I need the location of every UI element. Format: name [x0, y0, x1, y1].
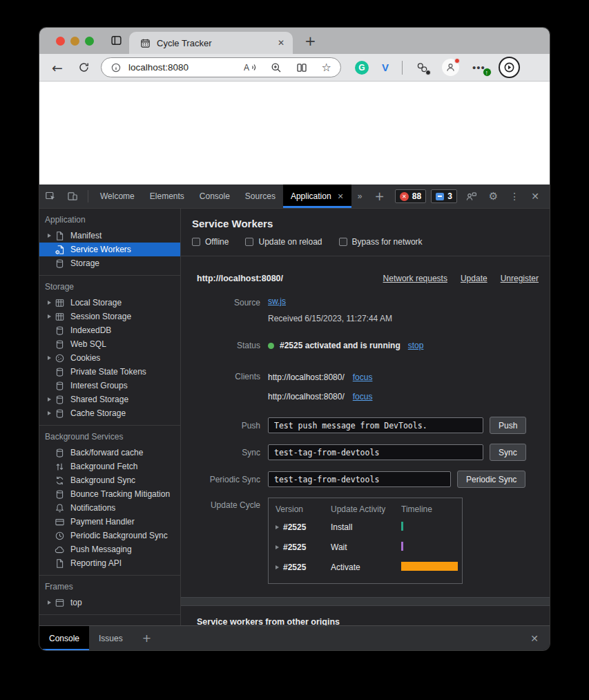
cookie-icon — [55, 352, 66, 363]
inspect-element-icon[interactable] — [39, 185, 61, 208]
sync-input[interactable] — [268, 444, 483, 460]
version-cell[interactable]: #2525 — [276, 522, 331, 532]
browser-tab[interactable]: Cycle Tracker ✕ — [129, 32, 293, 54]
more-tabs-icon[interactable]: » — [351, 185, 369, 208]
devtools-tab-console[interactable]: Console — [192, 185, 238, 208]
stop-link[interactable]: stop — [408, 341, 424, 350]
checkbox-box[interactable] — [245, 238, 253, 246]
sidebar-item-background-sync[interactable]: Background Sync — [39, 473, 180, 487]
read-aloud-icon[interactable]: A — [244, 62, 256, 73]
close-window-button[interactable] — [56, 37, 65, 46]
sidebar-item-shared-storage[interactable]: Shared Storage — [39, 392, 180, 406]
source-file-link[interactable]: sw.js — [268, 296, 286, 306]
focus-link[interactable]: focus — [353, 372, 373, 382]
sidebar-item-local-storage[interactable]: Local Storage — [39, 296, 180, 310]
tab-close-icon[interactable]: ✕ — [278, 38, 284, 48]
sidebar-item-top[interactable]: top — [39, 596, 180, 609]
devtools-tab-elements[interactable]: Elements — [142, 185, 192, 208]
version-cell[interactable]: #2525 — [276, 542, 331, 552]
minimize-window-button[interactable] — [70, 37, 79, 46]
workspaces-icon[interactable] — [110, 35, 122, 49]
close-devtools-icon[interactable]: ✕ — [528, 191, 543, 202]
other-origins-title: Service workers from other origins — [197, 617, 539, 625]
device-toolbar-icon[interactable] — [61, 185, 84, 208]
version-cell[interactable]: #2525 — [276, 562, 331, 572]
error-count-badge[interactable]: 88 — [395, 189, 426, 203]
kebab-menu-icon[interactable]: ⋮ — [506, 191, 523, 202]
checkbox-box[interactable] — [192, 238, 200, 246]
sync-button[interactable]: Sync — [490, 444, 526, 461]
issue-count-badge[interactable]: 3 — [431, 189, 457, 203]
sidebar-item-web-sql[interactable]: Web SQL — [39, 337, 180, 351]
document-icon — [55, 230, 66, 241]
profile-icon[interactable] — [442, 59, 459, 76]
grammarly-icon[interactable]: G — [355, 61, 369, 75]
updown-icon — [55, 461, 66, 472]
checkbox-bypass-for-network[interactable]: Bypass for network — [339, 237, 423, 247]
sidebar-item-label: Cache Storage — [70, 408, 126, 418]
sidebar-item-cache-storage[interactable]: Cache Storage — [39, 406, 180, 420]
back-icon[interactable]: ← — [52, 60, 63, 75]
more-icon[interactable]: ••• ↑ — [472, 62, 485, 73]
service-workers-panel: Service Workers OfflineUpdate on reloadB… — [181, 209, 550, 625]
devtools-tab-application[interactable]: Application✕ — [283, 185, 351, 208]
add-drawer-tab-button[interactable]: + — [133, 626, 161, 650]
refresh-icon[interactable] — [78, 62, 90, 73]
close-tab-icon[interactable]: ✕ — [338, 192, 344, 201]
push-button[interactable]: Push — [490, 417, 526, 434]
add-devtools-tab-button[interactable]: + — [369, 185, 391, 208]
activity-cell: Wait — [331, 542, 401, 552]
focus-link[interactable]: focus — [353, 392, 373, 401]
sidebar-item-storage[interactable]: Storage — [39, 256, 180, 270]
page-viewport — [39, 82, 550, 185]
sidebar-item-service-workers[interactable]: Service Workers — [39, 243, 180, 256]
sidebar-item-private-state-tokens[interactable]: Private State Tokens — [39, 365, 180, 379]
favorite-star-icon[interactable]: ☆ — [322, 62, 331, 73]
settings-gear-icon[interactable]: ⚙ — [485, 190, 501, 202]
sidebar-item-label: Manifest — [70, 231, 102, 240]
update-link[interactable]: Update — [461, 274, 487, 283]
sidebar-item-bounce-tracking-mitigation[interactable]: Bounce Tracking Mitigation — [39, 487, 180, 501]
sidebar-item-interest-groups[interactable]: Interest Groups — [39, 379, 180, 392]
address-bar[interactable]: localhost:8080 A ☆ — [101, 57, 341, 77]
v-extension-icon[interactable]: V — [382, 62, 389, 73]
push-input[interactable] — [268, 417, 483, 433]
devtools-tab-sources[interactable]: Sources — [238, 185, 283, 208]
zoom-window-button[interactable] — [85, 37, 94, 46]
unregister-link[interactable]: Unregister — [501, 274, 539, 283]
url-text[interactable]: localhost:8080 — [128, 62, 189, 73]
periodic-sync-button[interactable]: Periodic Sync — [457, 471, 525, 488]
zoom-in-icon[interactable] — [271, 62, 282, 73]
sidebar-item-periodic-background-sync[interactable]: Periodic Background Sync — [39, 529, 180, 542]
sidebar-item-payment-handler[interactable]: Payment Handler — [39, 515, 180, 529]
extensions-icon[interactable] — [416, 62, 429, 74]
checkbox-offline[interactable]: Offline — [192, 237, 229, 247]
sidebar-item-session-storage[interactable]: Session Storage — [39, 310, 180, 323]
sidebar-item-cookies[interactable]: Cookies — [39, 351, 180, 365]
close-drawer-icon[interactable]: ✕ — [519, 626, 550, 650]
sidebar-item-back-forward-cache[interactable]: Back/forward cache — [39, 446, 180, 460]
sidebar-item-push-messaging[interactable]: Push Messaging — [39, 542, 180, 556]
checkbox-update-on-reload[interactable]: Update on reload — [245, 237, 322, 247]
sidebar-item-manifest[interactable]: Manifest — [39, 229, 180, 243]
source-label: Source — [181, 296, 268, 308]
devtools-tab-welcome[interactable]: Welcome — [93, 185, 142, 208]
sidebar-item-reporting-api[interactable]: Reporting API — [39, 556, 180, 570]
new-tab-button[interactable]: + — [305, 32, 316, 49]
drawer-tab-console[interactable]: Console — [39, 626, 89, 650]
periodic-sync-input[interactable] — [268, 471, 451, 487]
split-screen-icon[interactable] — [296, 62, 307, 73]
sidebar-item-background-fetch[interactable]: Background Fetch — [39, 460, 180, 473]
drawer-tab-issues[interactable]: Issues — [89, 626, 133, 650]
copilot-icon[interactable] — [499, 57, 520, 78]
sidebar-item-notifications[interactable]: Notifications — [39, 501, 180, 515]
sidebar-section: Framestop — [39, 576, 180, 615]
checkbox-box[interactable] — [339, 238, 347, 246]
received-timestamp: Received 6/15/2023, 11:27:44 AM — [268, 314, 392, 323]
network-requests-link[interactable]: Network requests — [383, 274, 447, 283]
sidebar-item-indexeddb[interactable]: IndexedDB — [39, 323, 180, 337]
chevron-right-icon — [276, 525, 279, 529]
panel-divider — [181, 256, 550, 256]
feedback-icon[interactable] — [462, 191, 481, 202]
info-icon[interactable] — [110, 62, 122, 73]
